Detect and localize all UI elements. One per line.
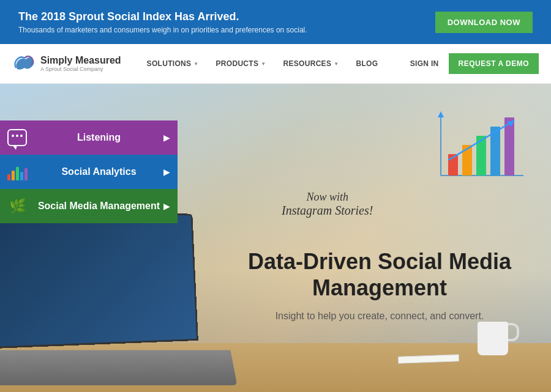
dot2	[16, 135, 18, 137]
laptop-illustration	[0, 196, 233, 392]
listening-label: Listening	[34, 132, 163, 143]
sidebar-item-social-analytics[interactable]: Social Analytics ▶	[0, 155, 178, 189]
nav-right: SIGN IN REQUEST A DEMO	[410, 53, 539, 74]
smm-arrow-icon: ▶	[163, 201, 170, 211]
hero-subtitle: Insight to help you create, connect, and…	[276, 311, 484, 322]
sidebar-menu: Listening ▶ Social Analytics ▶ 🌿 S	[0, 120, 178, 223]
request-demo-button[interactable]: REQUEST A DEMO	[449, 53, 539, 74]
nav-products[interactable]: PRODUCTS ▼	[209, 54, 274, 73]
listening-icon-area	[0, 120, 34, 155]
leaf-icon: 🌿	[9, 198, 26, 214]
sidebar-item-listening[interactable]: Listening ▶	[0, 120, 178, 155]
listening-arrow-icon: ▶	[163, 133, 170, 142]
navbar: Simply Measured A Sprout Social Company …	[0, 44, 551, 84]
sign-in-link[interactable]: SIGN IN	[410, 59, 439, 68]
logo-sub: A Sprout Social Company	[40, 66, 121, 72]
products-arrow-icon: ▼	[261, 61, 266, 67]
now-with-text: Now with Instagram Stories!	[282, 191, 373, 218]
nav-resources[interactable]: RESOURCES ▼	[276, 54, 347, 73]
laptop-screen	[0, 206, 198, 349]
solutions-arrow-icon: ▼	[193, 61, 198, 67]
barchart-icon	[7, 163, 28, 180]
smm-icon-area: 🌿	[0, 189, 34, 223]
hero-title: Data-Driven Social Media Management	[233, 248, 527, 301]
chat-dots	[12, 135, 23, 137]
banner-title: The 2018 Sprout Social Index Has Arrived…	[18, 10, 307, 23]
analytics-icon-area	[0, 155, 34, 189]
logo-area[interactable]: Simply Measured A Sprout Social Company	[12, 52, 121, 75]
nav-blog[interactable]: BLOG	[348, 54, 385, 73]
nav-links: SOLUTIONS ▼ PRODUCTS ▼ RESOURCES ▼ BLOG	[140, 54, 410, 73]
nav-solutions[interactable]: SOLUTIONS ▼	[140, 54, 206, 73]
banner-text-area: The 2018 Sprout Social Index Has Arrived…	[18, 10, 307, 34]
analytics-label: Social Analytics	[34, 166, 163, 177]
banner-subtitle: Thousands of marketers and consumers wei…	[18, 26, 307, 34]
resources-arrow-icon: ▼	[334, 61, 339, 67]
hero-section: Listening ▶ Social Analytics ▶ 🌿 S	[0, 84, 551, 392]
dot3	[20, 135, 23, 137]
smm-label: Social Media Management	[34, 201, 163, 212]
logo-icon	[12, 52, 36, 75]
dot1	[12, 135, 14, 137]
laptop-keyboard	[0, 350, 237, 385]
sidebar-item-smm[interactable]: 🌿 Social Media Management ▶	[0, 189, 178, 223]
logo-name: Simply Measured	[40, 55, 121, 66]
top-banner: The 2018 Sprout Social Index Has Arrived…	[0, 0, 551, 44]
chat-icon	[7, 129, 27, 146]
hero-content: Now with Instagram Stories! Data-Driven …	[208, 84, 551, 392]
analytics-arrow-icon: ▶	[163, 167, 170, 177]
download-now-button[interactable]: DOWNLOAD NOW	[435, 12, 533, 33]
logo-text-area: Simply Measured A Sprout Social Company	[40, 55, 121, 72]
